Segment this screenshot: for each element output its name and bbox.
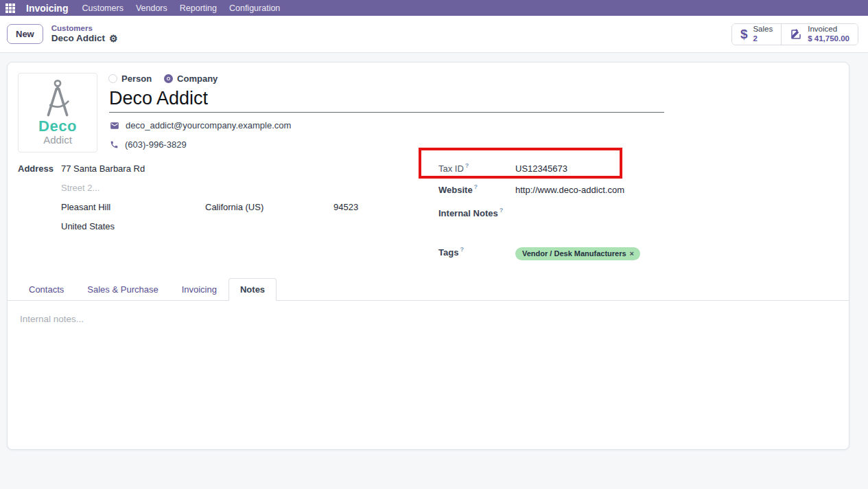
- notes-placeholder: Internal notes...: [20, 314, 84, 324]
- company-name-input[interactable]: Deco Addict: [109, 85, 664, 113]
- internal-notes-row: Internal Notes?: [438, 208, 515, 218]
- invoiced-stat-button[interactable]: Invoiced $ 41,750.00: [781, 24, 858, 45]
- tab-sales-purchase[interactable]: Sales & Purchase: [75, 278, 169, 301]
- breadcrumb-current: Deco Addict ⚙: [51, 33, 118, 44]
- state-select[interactable]: California (US): [205, 202, 333, 221]
- nav-item-reporting[interactable]: Reporting: [178, 2, 218, 14]
- envelope-icon: [110, 121, 119, 130]
- apps-grid-icon[interactable]: [5, 3, 15, 13]
- tax-id-input[interactable]: US12345673: [515, 163, 567, 174]
- help-icon: ?: [465, 162, 469, 169]
- radio-company-label: Company: [177, 73, 218, 84]
- address-label: Address: [18, 163, 54, 174]
- sales-stat-value: 2: [753, 34, 757, 43]
- radio-person-label: Person: [121, 73, 152, 84]
- address-fields: 77 Santa Barbara Rd Street 2... Pleasant…: [61, 163, 404, 240]
- help-icon: ?: [460, 246, 464, 253]
- logo-text-primary: Deco: [38, 119, 77, 134]
- website-row: Website? http://www.deco-addict.com: [438, 185, 624, 195]
- radio-person[interactable]: Person: [108, 73, 152, 84]
- logo-text-secondary: Addict: [43, 134, 72, 146]
- tag-close-icon[interactable]: ×: [630, 249, 634, 258]
- tab-invoicing[interactable]: Invoicing: [170, 278, 228, 301]
- internal-notes-label: Internal Notes?: [438, 208, 515, 218]
- email-value[interactable]: deco_addict@yourcompany.example.com: [126, 120, 291, 130]
- notebook-tabs: Contacts Sales & Purchase Invoicing Note…: [8, 278, 849, 301]
- website-input[interactable]: http://www.deco-addict.com: [515, 185, 624, 195]
- city-input[interactable]: Pleasant Hill: [61, 202, 205, 221]
- tab-contacts[interactable]: Contacts: [17, 278, 75, 301]
- app-name[interactable]: Invoicing: [26, 3, 68, 14]
- breadcrumb-parent[interactable]: Customers: [51, 24, 118, 33]
- help-icon: ?: [500, 207, 504, 214]
- notes-editor[interactable]: Internal notes...: [20, 314, 836, 437]
- partner-form-card: Deco Addict Person Company Deco Addict d…: [7, 62, 849, 450]
- breadcrumb-current-label: Deco Addict: [51, 33, 105, 44]
- tags-row: Tags? Vendor / Desk Manufacturers ×: [438, 247, 640, 260]
- top-navbar: Invoicing Customers Vendors Reporting Co…: [0, 0, 868, 16]
- sales-stat-button[interactable]: $ Sales 2: [732, 24, 781, 45]
- phone-value[interactable]: (603)-996-3829: [125, 139, 187, 150]
- dollar-icon: $: [740, 27, 748, 42]
- control-panel: New Customers Deco Addict ⚙ $ Sales 2 In…: [0, 16, 868, 53]
- company-logo[interactable]: Deco Addict: [18, 73, 97, 152]
- tax-id-row: Tax ID? US12345673: [438, 163, 567, 174]
- tag-vendor-desk-manufacturers[interactable]: Vendor / Desk Manufacturers ×: [515, 247, 640, 260]
- new-button[interactable]: New: [7, 24, 43, 44]
- compass-icon: [38, 79, 77, 119]
- radio-company-circle[interactable]: [164, 74, 173, 83]
- nav-item-vendors[interactable]: Vendors: [134, 2, 169, 14]
- country-select[interactable]: United States: [61, 221, 404, 240]
- phone-icon: [110, 140, 119, 149]
- edit-icon: [790, 28, 802, 41]
- invoiced-stat-value: $ 41,750.00: [808, 34, 849, 43]
- website-label: Website?: [438, 185, 515, 195]
- tab-notes[interactable]: Notes: [228, 278, 277, 301]
- phone-row: (603)-996-3829: [110, 139, 187, 150]
- stat-button-group: $ Sales 2 Invoiced $ 41,750.00: [731, 23, 858, 45]
- sales-stat-label: Sales: [753, 25, 773, 34]
- tag-label: Vendor / Desk Manufacturers: [522, 249, 626, 258]
- invoiced-stat-label: Invoiced: [808, 25, 837, 34]
- breadcrumb: Customers Deco Addict ⚙: [51, 24, 118, 44]
- street2-input[interactable]: Street 2...: [61, 183, 404, 202]
- help-icon: ?: [474, 183, 478, 190]
- gear-icon[interactable]: ⚙: [109, 34, 118, 43]
- zip-input[interactable]: 94523: [333, 202, 358, 221]
- tags-label: Tags?: [438, 247, 515, 258]
- street-input[interactable]: 77 Santa Barbara Rd: [61, 163, 404, 183]
- email-row: deco_addict@yourcompany.example.com: [110, 120, 291, 130]
- radio-person-circle[interactable]: [108, 74, 117, 83]
- company-type-radios: Person Company: [108, 73, 218, 84]
- nav-item-customers[interactable]: Customers: [80, 2, 124, 14]
- nav-item-configuration[interactable]: Configuration: [228, 2, 281, 14]
- tax-id-label: Tax ID?: [438, 163, 515, 174]
- radio-company[interactable]: Company: [164, 73, 218, 84]
